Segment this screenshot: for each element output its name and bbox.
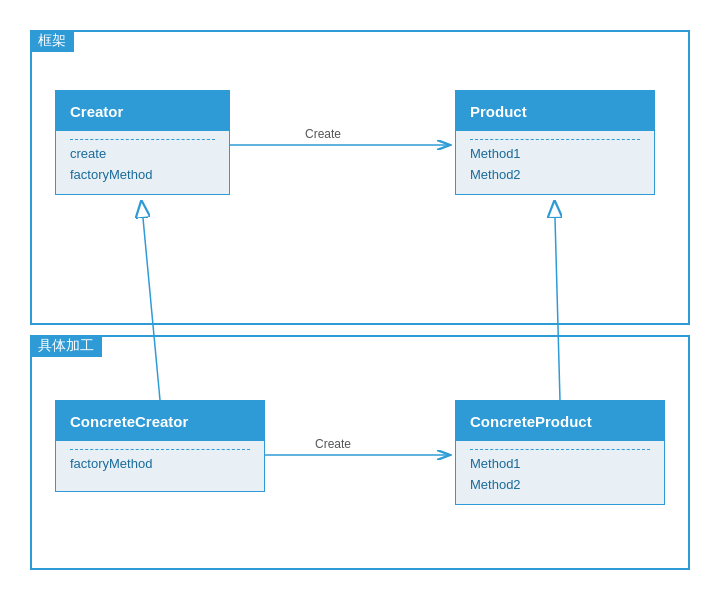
diagram-canvas: 框架 具体加工 Creator create factoryMethod Pro… xyxy=(0,0,718,597)
class-creator-name: Creator xyxy=(70,103,123,120)
class-product-method1: Method1 xyxy=(470,144,640,165)
class-product-method2: Method2 xyxy=(470,165,640,186)
class-product-name: Product xyxy=(470,103,527,120)
class-concrete-creator-header: ConcreteCreator xyxy=(56,401,264,441)
frame-top-label: 框架 xyxy=(30,30,74,52)
class-concrete-product-body: Method1 Method2 xyxy=(456,441,664,504)
class-product-header: Product xyxy=(456,91,654,131)
frame-bottom-label: 具体加工 xyxy=(30,335,102,357)
class-product-body: Method1 Method2 xyxy=(456,131,654,194)
class-concrete-product-method2: Method2 xyxy=(470,475,650,496)
class-creator: Creator create factoryMethod xyxy=(55,90,230,195)
class-creator-method2: factoryMethod xyxy=(70,165,215,186)
class-concrete-creator-name: ConcreteCreator xyxy=(70,413,188,430)
class-concrete-product-name: ConcreteProduct xyxy=(470,413,592,430)
class-concrete-creator-method1: factoryMethod xyxy=(70,454,250,475)
class-concrete-creator-body: factoryMethod xyxy=(56,441,264,491)
class-creator-body: create factoryMethod xyxy=(56,131,229,194)
class-concrete-product-method1: Method1 xyxy=(470,454,650,475)
class-concrete-product: ConcreteProduct Method1 Method2 xyxy=(455,400,665,505)
class-creator-header: Creator xyxy=(56,91,229,131)
class-creator-method1: create xyxy=(70,144,215,165)
class-concrete-product-header: ConcreteProduct xyxy=(456,401,664,441)
class-concrete-creator: ConcreteCreator factoryMethod xyxy=(55,400,265,492)
class-product: Product Method1 Method2 xyxy=(455,90,655,195)
